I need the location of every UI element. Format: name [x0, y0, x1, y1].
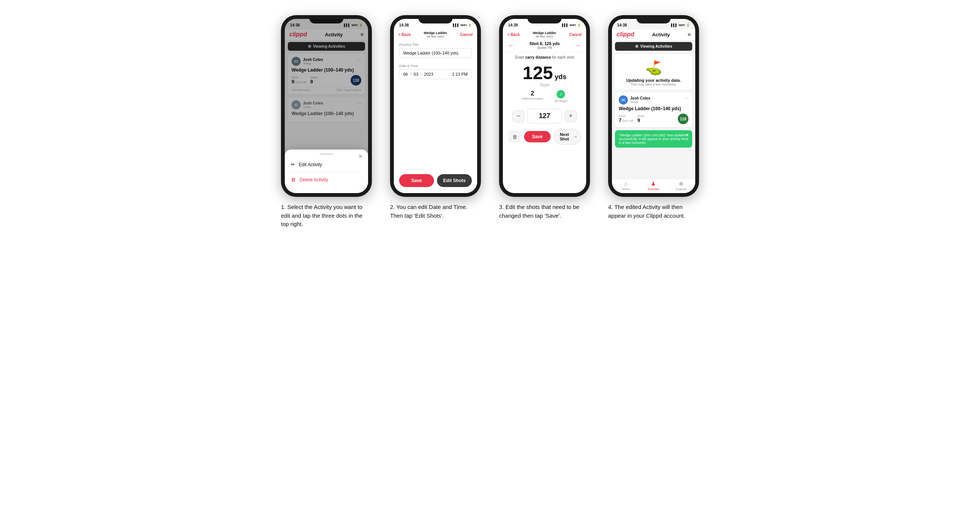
- capture-icon: ⊕: [679, 181, 684, 187]
- caption-2: 2. You can edit Date and Time. Then tap …: [390, 203, 481, 220]
- home-icon: ⌂: [624, 181, 627, 187]
- caption-1: 1. Select the Activity you want to edit …: [281, 203, 372, 229]
- bottom-sheet-1: ✕ ✏ Edit Activity 🗑 Delete Activity: [285, 149, 368, 193]
- golf-flag-area: ⛳ Updating your activity data. This may …: [615, 54, 692, 89]
- phone-notch-2: [418, 15, 452, 24]
- metrics-row: 2 Difference (yds) ✓ Hit Target: [503, 87, 586, 106]
- bottom-nav: ⌂ Home ♟ Activities ⊕ Capture: [612, 179, 695, 193]
- status-time-2: 14:38: [399, 23, 409, 27]
- save-shot-button[interactable]: Save: [524, 131, 550, 142]
- phone-shell-3: 14:39 ▌▌▌ WiFi 🔋 < Back Wedge Ladder 06 …: [499, 15, 590, 197]
- activities-icon: ♟: [651, 181, 656, 187]
- status-time-3: 14:39: [508, 23, 518, 27]
- save-button-2[interactable]: Save: [399, 174, 434, 187]
- phone-screen-1: 14:38 ▌▌▌ WiFi 🔋 clippd Activity ≡ ⚙: [285, 19, 368, 193]
- status-time-4: 14:38: [617, 23, 627, 27]
- back-button-2[interactable]: < Back: [398, 33, 411, 37]
- menu-icon-4[interactable]: ≡: [688, 32, 691, 38]
- phone-shell-4: 14:38 ▌▌▌ WiFi 🔋 clippd Activity ≡ ⚙: [608, 15, 699, 197]
- cancel-button-3[interactable]: Cancel: [569, 33, 582, 37]
- nav-bar-2: < Back Wedge Ladder 06 Mar 2023 Cancel: [394, 30, 477, 40]
- avatar-4: JC: [619, 95, 628, 105]
- sheet-handle: [320, 153, 333, 155]
- hit-target-icon: ✓: [557, 90, 565, 98]
- edit-activity-item[interactable]: ✏ Edit Activity: [291, 159, 362, 170]
- trash-icon: 🗑: [291, 177, 296, 183]
- button-row-2: Save Edit Shots: [394, 171, 477, 190]
- viewing-banner-4: ⚙ Viewing Activities: [615, 42, 692, 51]
- shot-input-row: − +: [503, 106, 586, 127]
- toast-close[interactable]: ✕: [686, 132, 689, 138]
- cancel-button-2[interactable]: Cancel: [460, 33, 473, 37]
- edit-form-2: Practice Title Date & Time 06 / 03 / 202…: [394, 40, 477, 193]
- shot-header: ← Shot 6, 125 yds Score 7/9 →: [503, 40, 586, 52]
- back-button-3[interactable]: < Back: [508, 33, 520, 37]
- prev-shot-arrow[interactable]: ←: [508, 42, 514, 49]
- phone-notch-4: [636, 15, 671, 24]
- header-title-4: Activity: [652, 32, 670, 38]
- carry-value-area: 125 yds Target: [503, 62, 586, 87]
- phone-shell-1: 14:38 ▌▌▌ WiFi 🔋 clippd Activity ≡ ⚙: [281, 15, 372, 197]
- activity-card-4: JC Josh Coles Today ··· Wedge Ladder (10…: [615, 92, 692, 127]
- sheet-close[interactable]: ✕: [358, 153, 363, 159]
- phones-row: 14:38 ▌▌▌ WiFi 🔋 clippd Activity ≡ ⚙: [277, 15, 703, 229]
- phone-notch-3: [528, 15, 562, 24]
- next-shot-arrow[interactable]: →: [575, 42, 581, 49]
- phone-block-4: 14:38 ▌▌▌ WiFi 🔋 clippd Activity ≡ ⚙: [605, 15, 703, 220]
- app-header-4: clippd Activity ≡: [612, 30, 695, 41]
- nav-tab-home[interactable]: ⌂ Home: [612, 181, 640, 191]
- phone-block-1: 14:38 ▌▌▌ WiFi 🔋 clippd Activity ≡ ⚙: [277, 15, 375, 229]
- caption-3: 3. Edit the shots that need to be change…: [499, 203, 590, 220]
- nav-tab-capture[interactable]: ⊕ Capture: [668, 181, 695, 191]
- shot-action-row: 🗑 Save Next Shot →: [503, 127, 586, 147]
- decrement-button[interactable]: −: [512, 110, 525, 122]
- practice-title-input[interactable]: [399, 48, 472, 58]
- phone-shell-2: 14:38 ▌▌▌ WiFi 🔋 < Back Wedge Ladder 06 …: [390, 15, 481, 197]
- score-badge-4: 118: [678, 114, 689, 124]
- phone-block-2: 14:38 ▌▌▌ WiFi 🔋 < Back Wedge Ladder 06 …: [386, 15, 485, 220]
- golf-flag-icon: ⛳: [645, 60, 662, 76]
- carry-instruction: Enter carry distance for each shot: [503, 52, 586, 62]
- phone-screen-3: 14:39 ▌▌▌ WiFi 🔋 < Back Wedge Ladder 06 …: [503, 19, 586, 193]
- phone-block-3: 14:39 ▌▌▌ WiFi 🔋 < Back Wedge Ladder 06 …: [495, 15, 594, 220]
- shot-distance-input[interactable]: [528, 109, 562, 124]
- caption-4: 4. The edited Activity will then appear …: [608, 203, 699, 220]
- nav-bar-3: < Back Wedge Ladder 06 Mar 2023 Cancel: [503, 30, 586, 40]
- increment-button[interactable]: +: [565, 110, 577, 122]
- edit-shots-button[interactable]: Edit Shots: [437, 174, 472, 187]
- next-shot-button[interactable]: Next Shot →: [554, 129, 581, 144]
- three-dots-4[interactable]: ···: [685, 95, 689, 101]
- delete-activity-item[interactable]: 🗑 Delete Activity: [291, 174, 362, 186]
- nav-tab-activities[interactable]: ♟ Activities: [640, 181, 667, 191]
- edit-icon: ✏: [291, 162, 295, 167]
- success-toast: ✕ "Wedge Ladder (100–140 yds)" was updat…: [615, 130, 692, 148]
- date-time-row[interactable]: 06 / 03 / 2023 1:13 PM: [399, 69, 472, 79]
- phone-screen-2: 14:38 ▌▌▌ WiFi 🔋 < Back Wedge Ladder 06 …: [394, 19, 477, 193]
- delete-shot-button[interactable]: 🗑: [508, 130, 521, 143]
- phone-screen-4: 14:38 ▌▌▌ WiFi 🔋 clippd Activity ≡ ⚙: [612, 19, 695, 193]
- logo-4: clippd: [616, 31, 634, 38]
